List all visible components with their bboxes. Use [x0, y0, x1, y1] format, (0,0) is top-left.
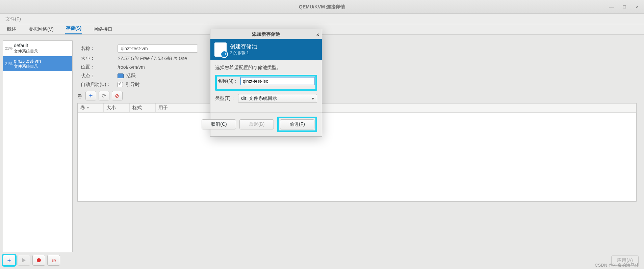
pool-detail-panel: 名称： qinzt-test-vm 大小： 27.57 GiB Free / 7… — [73, 40, 641, 252]
label-state: 状态： — [77, 71, 114, 80]
dialog-footer: 取消(C) 后退(B) 前进(F) — [210, 112, 322, 136]
pool-type: 文件系统目录 — [14, 49, 38, 54]
autostart-checkbox[interactable] — [118, 82, 123, 87]
watermark: CSDN @神奇的海马体 — [595, 262, 639, 268]
refresh-icon: ⟳ — [102, 93, 106, 99]
dialog-titlebar: 添加新存储池 × — [210, 29, 322, 39]
label-autostart: 自动启动(U)： — [77, 80, 114, 89]
name-row-highlight: 名称(N)： — [215, 75, 317, 91]
plus-icon: + — [89, 92, 93, 99]
pool-type: 文件系统目录 — [14, 64, 41, 69]
play-icon — [22, 258, 26, 262]
pool-item-default[interactable]: 21% default 文件系统目录 — [3, 41, 72, 56]
window-titlebar: QEMU/KVM 连接详情 — □ × — [0, 0, 644, 14]
dialog-title: 添加新存储池 — [252, 31, 280, 37]
window-controls: — □ × — [608, 0, 641, 13]
add-volume-button[interactable]: + — [85, 91, 96, 100]
dialog-banner: + 创建存储池 2 的步骤 1 — [210, 39, 322, 60]
sort-indicator-icon: ▼ — [86, 106, 89, 110]
col-format[interactable]: 格式 — [130, 103, 156, 112]
pool-usage-pct: 21% — [5, 46, 12, 50]
pool-item-qinzt-test-vm[interactable]: 21% qinzt-test-vm 文件系统目录 — [3, 56, 72, 72]
chevron-down-icon: ▾ — [312, 96, 314, 101]
label-size: 大小： — [77, 54, 114, 63]
start-pool-button — [18, 255, 30, 266]
pool-state-value: 活跃 — [126, 73, 136, 78]
pool-name: qinzt-test-vm — [14, 58, 41, 64]
add-pool-dialog: 添加新存储池 × + 创建存储池 2 的步骤 1 选择您希望配置的存储池类型。 … — [210, 29, 322, 137]
maximize-button[interactable]: □ — [621, 0, 628, 13]
col-volume[interactable]: 卷 ▼ — [78, 103, 104, 112]
add-pool-button[interactable]: + — [3, 255, 16, 266]
pool-name-input[interactable] — [240, 77, 315, 85]
forward-highlight: 前进(F) — [277, 117, 317, 132]
banner-heading: 创建存储池 — [230, 43, 257, 50]
dialog-hint: 选择您希望配置的存储池类型。 — [215, 65, 317, 71]
delete-volume-button[interactable]: ⊘ — [112, 91, 123, 100]
delete-pool-button[interactable]: ⊘ — [47, 255, 60, 266]
stop-icon — [37, 258, 41, 262]
cancel-button[interactable]: 取消(C) — [202, 119, 236, 129]
volumes-toolbar: 卷 + ⟳ ⊘ — [77, 91, 637, 100]
pool-location-value: /root/kvm/vm — [118, 64, 145, 70]
back-button: 后退(B) — [239, 119, 274, 129]
pool-name-input[interactable]: qinzt-test-vm — [118, 44, 198, 53]
col-size[interactable]: 大小 — [104, 103, 130, 112]
banner-step: 2 的步骤 1 — [230, 50, 257, 56]
tab-storage[interactable]: 存储(S) — [65, 23, 82, 34]
label-name: 名称： — [77, 43, 114, 54]
tab-network-interface[interactable]: 网络接口 — [93, 24, 113, 34]
tab-virtual-network[interactable]: 虚拟网络(V) — [28, 24, 54, 34]
new-storage-icon: + — [214, 42, 227, 57]
pool-type-value: dir: 文件系统目录 — [241, 95, 277, 101]
pool-name: default — [14, 43, 38, 49]
refresh-volumes-button[interactable]: ⟳ — [99, 91, 109, 100]
forward-button[interactable]: 前进(F) — [280, 119, 314, 129]
plus-icon: + — [7, 257, 11, 264]
tab-overview[interactable]: 概述 — [6, 24, 17, 34]
dialog-close-button[interactable]: × — [316, 30, 319, 39]
minimize-button[interactable]: — — [608, 0, 615, 13]
menu-file[interactable]: 文件(F) — [3, 14, 23, 24]
active-icon — [118, 73, 124, 78]
label-pool-name: 名称(N)： — [217, 78, 240, 84]
pool-usage-pct: 21% — [5, 62, 12, 66]
window-title: QEMU/KVM 连接详情 — [0, 0, 644, 13]
storage-pool-list[interactable]: 21% default 文件系统目录 21% qinzt-test-vm 文件系… — [3, 40, 73, 252]
close-button[interactable]: × — [634, 0, 641, 13]
delete-icon: ⊘ — [52, 257, 56, 264]
pool-toolbar: + ⊘ — [3, 255, 60, 266]
autostart-label: 引导时 — [126, 82, 140, 87]
stop-pool-button[interactable] — [32, 255, 45, 266]
label-location: 位置： — [77, 63, 114, 71]
volumes-table: 卷 ▼ 大小 格式 用于 — [77, 103, 637, 202]
pool-size-value: 27.57 GiB Free / 7.53 GiB In Use — [118, 56, 187, 61]
volumes-label: 卷 — [77, 93, 82, 99]
menubar: 文件(F) — [0, 14, 644, 24]
delete-icon: ⊘ — [115, 93, 119, 99]
label-pool-type: 类型(T)： — [215, 95, 238, 101]
pool-type-dropdown[interactable]: dir: 文件系统目录 ▾ — [238, 94, 317, 103]
